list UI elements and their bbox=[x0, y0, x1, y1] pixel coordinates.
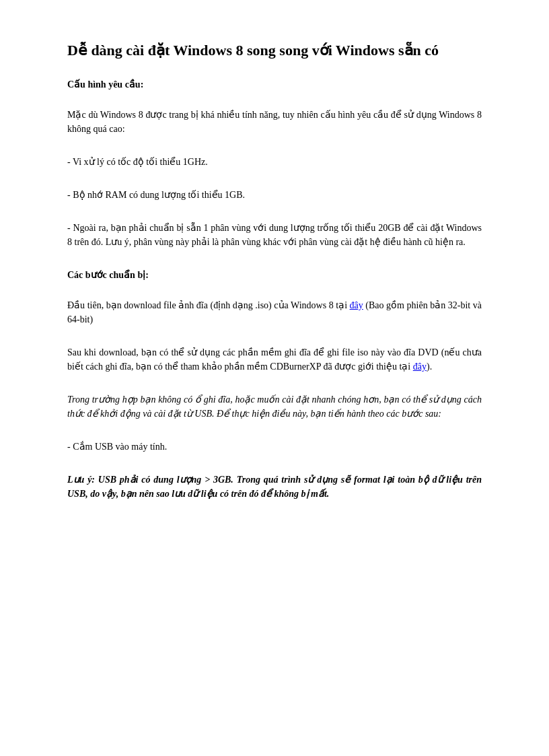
paragraph-cpu: - Vi xử lý có tốc độ tối thiểu 1GHz. bbox=[67, 155, 482, 169]
burn-text-after: ). bbox=[427, 362, 432, 372]
download-link[interactable]: đây bbox=[350, 300, 363, 310]
paragraph-burn: Sau khi download, bạn có thể sử dụng các… bbox=[67, 345, 482, 374]
paragraph-download: Đầu tiên, bạn download file ảnh đĩa (địn… bbox=[67, 298, 482, 327]
page-title: Dễ dàng cài đặt Windows 8 song song với … bbox=[67, 40, 482, 61]
section-config-heading: Cấu hình yêu cầu: bbox=[67, 77, 482, 92]
paragraph-plug-usb: - Cắm USB vào máy tính. bbox=[67, 440, 482, 454]
paragraph-ram: - Bộ nhớ RAM có dung lượng tối thiểu 1GB… bbox=[67, 188, 482, 202]
paragraph-usb-warning: Lưu ý: USB phải có dung lượng > 3GB. Tro… bbox=[67, 473, 482, 501]
download-text-before: Đầu tiên, bạn download file ảnh đĩa (địn… bbox=[67, 300, 350, 310]
cdburner-link[interactable]: đây bbox=[413, 362, 427, 372]
paragraph-usb-intro: Trong trường hợp bạn không có ổ ghi đĩa,… bbox=[67, 392, 482, 421]
section-prep-heading: Các bước chuẩn bị: bbox=[67, 268, 482, 282]
paragraph-config-intro: Mặc dù Windows 8 được trang bị khá nhiều… bbox=[67, 108, 482, 136]
paragraph-partition: - Ngoài ra, bạn phải chuẩn bị sẵn 1 phân… bbox=[67, 221, 482, 249]
